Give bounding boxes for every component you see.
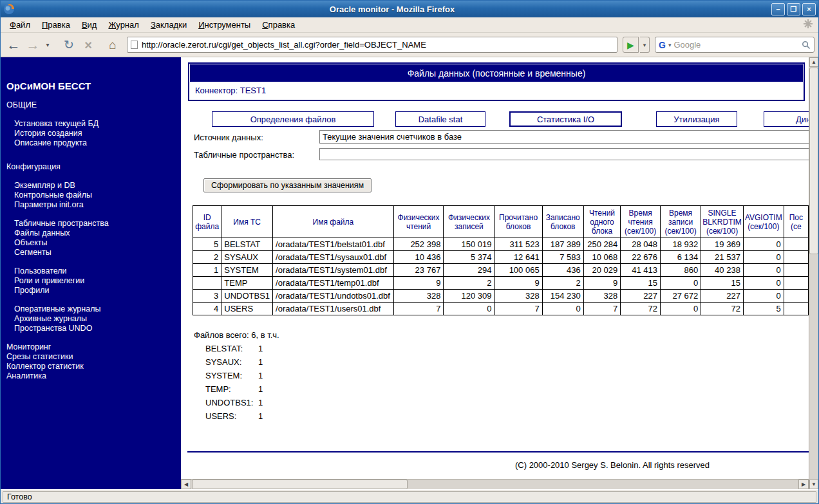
summary-row: TEMP:1 <box>205 384 263 394</box>
sidebar-link[interactable]: Описание продукта <box>6 138 178 148</box>
sidebar-link[interactable]: Архивные журналы <box>6 314 178 324</box>
table-cell: /oradata/TEST1/sysaux01.dbf <box>273 251 394 264</box>
sidebar-link[interactable]: Коллектор статистик <box>6 362 178 371</box>
table-cell: 0 <box>444 303 494 315</box>
search-engine-dropdown-icon[interactable]: ▾ <box>668 42 672 48</box>
sidebar-title: ОрСиМОН БЕССТ <box>6 80 178 91</box>
table-cell: 10 436 <box>393 251 444 264</box>
search-engine-icon[interactable]: G <box>659 40 666 50</box>
column-header: AVGIOTIM (сек/100) <box>743 206 784 238</box>
table-cell: 328 <box>393 290 444 303</box>
sidebar-link[interactable]: Пользователи <box>6 266 178 276</box>
home-button[interactable]: ⌂ <box>104 35 122 55</box>
summary-label: UNDOTBS1: <box>205 398 258 407</box>
menu-item[interactable]: Журнал <box>102 18 144 32</box>
sidebar-link[interactable]: Установка текущей БД <box>6 119 178 129</box>
sidebar-link[interactable]: Контрольные файлы <box>6 191 178 200</box>
menu-item[interactable]: Закладки <box>145 18 193 32</box>
horizontal-scrollbar[interactable]: ◀ ▶ <box>181 479 809 489</box>
table-cell: 0 <box>743 251 784 264</box>
vertical-scrollbar[interactable]: ▲ ▼ <box>809 57 818 489</box>
scroll-up-icon[interactable]: ▲ <box>809 57 818 67</box>
column-header: Чтений одного блока <box>583 206 621 238</box>
source-select[interactable]: Текущие значения счетчиков в базе <box>319 130 809 144</box>
menu-item[interactable]: Файл <box>4 18 36 32</box>
table-cell: 7 <box>393 303 444 315</box>
table-cell: /oradata/TEST1/system01.dbf <box>273 264 394 277</box>
table-cell: 252 398 <box>393 238 444 251</box>
menu-item[interactable]: Вид <box>76 18 103 32</box>
sidebar-link[interactable]: Табличные пространства <box>6 219 178 229</box>
tabs: Определения файловDatafile statСтатистик… <box>181 111 809 127</box>
table-cell: 23 767 <box>393 264 444 277</box>
menu-item[interactable]: Инструменты <box>193 18 256 32</box>
search-box[interactable]: G ▾ Google <box>655 37 814 53</box>
table-cell: 0 <box>660 303 701 315</box>
table-cell: /oradata/TEST1/belstat01.dbf <box>273 238 394 251</box>
vertical-scroll-thumb[interactable] <box>809 68 818 254</box>
sidebar-link[interactable]: Файлы данных <box>6 229 178 238</box>
url-input[interactable] <box>142 40 614 50</box>
summary-title: Файлов всего: 6, в т.ч. <box>194 330 279 340</box>
table-cell: 2 <box>444 277 494 290</box>
sidebar-link[interactable]: Пространства UNDO <box>6 324 178 333</box>
tablespaces-input[interactable] <box>319 148 809 160</box>
scroll-right-icon[interactable]: ▶ <box>798 480 809 489</box>
sidebar-link[interactable]: Роли и привелегии <box>6 276 178 286</box>
reload-button[interactable]: ↻ <box>60 35 78 55</box>
menu-item[interactable]: Правка <box>36 18 76 32</box>
table-cell: 0 <box>542 303 583 315</box>
url-bar[interactable] <box>127 37 617 53</box>
statusbar: Готово <box>1 489 818 503</box>
tab[interactable]: Определения файлов <box>212 111 374 127</box>
summary-row: SYSAUX:1 <box>205 357 263 367</box>
go-dropdown-icon[interactable]: ▾ <box>640 37 650 53</box>
horizontal-scroll-thumb[interactable] <box>192 480 408 489</box>
table-cell: 4 <box>193 303 221 315</box>
magnifier-icon[interactable] <box>802 41 811 50</box>
minimize-button[interactable]: – <box>771 3 785 15</box>
stop-button[interactable]: × <box>79 35 97 55</box>
sidebar-link[interactable]: Аналитика <box>6 371 178 381</box>
table-cell: 0 <box>743 277 784 290</box>
generate-button[interactable]: Сформировать по указанным значениям <box>203 178 372 192</box>
tab[interactable]: Datafile stat <box>395 111 485 127</box>
go-button[interactable]: ▶ <box>623 37 639 53</box>
tab[interactable]: Динамика <box>764 111 809 127</box>
table-cell: /oradata/TEST1/users01.dbf <box>273 303 394 315</box>
sidebar-link[interactable]: Срезы статистики <box>6 352 178 362</box>
table-cell: 328 <box>494 290 542 303</box>
table-cell: /oradata/TEST1/temp01.dbf <box>273 277 394 290</box>
search-input[interactable]: Google <box>673 40 799 50</box>
maximize-button[interactable]: ❐ <box>787 3 800 15</box>
sidebar-link[interactable]: Экземпляр и DB <box>6 181 178 191</box>
sidebar-link[interactable]: Оперативные журналы <box>6 304 178 314</box>
table-cell: 120 309 <box>444 290 494 303</box>
tab[interactable]: Статистика I/O <box>509 111 622 127</box>
sidebar-link[interactable]: Объекты <box>6 238 178 248</box>
summary-value: 1 <box>258 344 263 353</box>
table-cell: 0 <box>743 264 784 277</box>
sidebar-link[interactable]: Профили <box>6 286 178 295</box>
table-cell: 27 672 <box>660 290 701 303</box>
table-cell: 436 <box>542 264 583 277</box>
table-cell: USERS <box>221 303 273 315</box>
scroll-left-icon[interactable]: ◀ <box>181 480 191 489</box>
table-cell <box>784 251 808 264</box>
table-cell: 227 <box>621 290 661 303</box>
scroll-down-icon[interactable]: ▼ <box>809 480 818 489</box>
table-row: 3UNDOTBS1/oradata/TEST1/undotbs01.dbf328… <box>193 290 809 303</box>
close-button[interactable]: × <box>802 3 816 15</box>
tab[interactable]: Утилизация <box>656 111 737 127</box>
back-button[interactable]: ← <box>5 35 23 55</box>
menu-item[interactable]: Справка <box>256 18 301 32</box>
forward-button[interactable]: → <box>24 35 42 55</box>
sidebar-link[interactable]: Параметры init.ora <box>6 200 178 210</box>
sidebar-link[interactable]: Сегменты <box>6 248 178 257</box>
table-cell: 3 <box>193 290 221 303</box>
history-dropdown-icon[interactable]: ▾ <box>43 35 52 55</box>
column-header: Имя файла <box>273 206 394 238</box>
table-cell: TEMP <box>221 277 273 290</box>
navigation-toolbar: ← → ▾ ↻ × ⌂ ▶ ▾ G ▾ Google <box>1 33 818 57</box>
sidebar-link[interactable]: История создания <box>6 129 178 138</box>
